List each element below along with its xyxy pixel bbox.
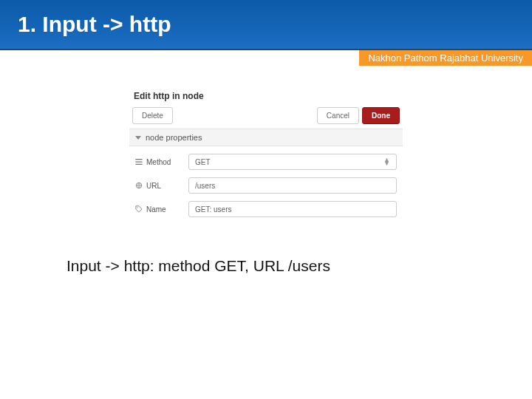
- name-value: GET: users: [195, 205, 231, 214]
- form-area: Method GET ▲▼ URL /users: [129, 146, 403, 228]
- globe-icon: [135, 182, 143, 189]
- done-button[interactable]: Done: [362, 107, 400, 124]
- url-value: /users: [195, 182, 215, 190]
- cancel-button[interactable]: Cancel: [317, 107, 359, 124]
- section-label: node properties: [146, 133, 202, 142]
- tag-icon: [135, 205, 143, 213]
- url-row: URL /users: [135, 177, 397, 194]
- menu-icon: [135, 158, 143, 166]
- method-select[interactable]: GET ▲▼: [188, 154, 397, 170]
- name-label: Name: [146, 205, 166, 214]
- method-label: Method: [146, 158, 171, 166]
- university-tag: Nakhon Pathom Rajabhat University: [359, 50, 532, 66]
- select-arrows-icon: ▲▼: [383, 158, 390, 166]
- url-label: URL: [146, 182, 161, 190]
- university-strip: Nakhon Pathom Rajabhat University: [0, 50, 532, 66]
- url-input[interactable]: /users: [188, 177, 397, 194]
- slide-header: 1. Input -> http: [0, 0, 532, 50]
- name-row: Name GET: users: [135, 201, 397, 217]
- slide-caption: Input -> http: method GET, URL /users: [66, 257, 532, 275]
- panel-title: Edit http in node: [129, 88, 403, 107]
- edit-panel: Edit http in node Delete Cancel Done nod…: [129, 88, 403, 228]
- method-value: GET: [195, 158, 211, 166]
- name-input[interactable]: GET: users: [188, 201, 397, 217]
- delete-button[interactable]: Delete: [132, 107, 173, 124]
- method-row: Method GET ▲▼: [135, 154, 397, 170]
- svg-point-1: [137, 207, 137, 208]
- slide-title: 1. Input -> http: [18, 12, 171, 37]
- node-properties-header[interactable]: node properties: [129, 129, 403, 146]
- panel-button-row: Delete Cancel Done: [129, 107, 403, 129]
- chevron-down-icon: [135, 136, 141, 140]
